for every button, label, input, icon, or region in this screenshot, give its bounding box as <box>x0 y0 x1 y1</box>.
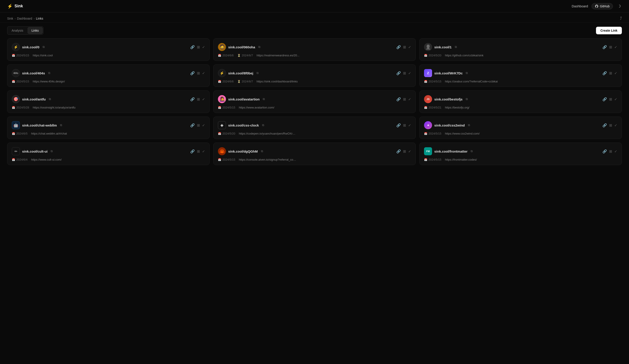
link-icon[interactable]: 🔗 <box>603 45 607 49</box>
qr-icon[interactable]: ⊞ <box>197 149 200 154</box>
meta-expiry-value: 2024/6/7 <box>242 54 253 57</box>
meta-url: https://github.com/ccbikai/sink <box>445 54 483 57</box>
meta-date-value: 2024/5/28 <box>16 106 29 109</box>
qr-icon[interactable]: ⊞ <box>609 149 612 154</box>
more-icon[interactable]: ✓ <box>614 149 617 154</box>
more-icon[interactable]: ✓ <box>202 123 205 127</box>
github-button[interactable]: GitHub <box>592 3 613 9</box>
link-card: ✦ sink.cool/css2wind ⧉ 🔗 ⊞ ✓ 📅 2024/5/15… <box>419 116 622 139</box>
breadcrumb-sink[interactable]: Sink <box>7 17 13 20</box>
link-icon[interactable]: 🔗 <box>190 123 195 127</box>
breadcrumb-dashboard[interactable]: Dashboard <box>17 17 32 20</box>
more-icon[interactable]: ✓ <box>202 71 205 75</box>
qr-icon[interactable]: ⊞ <box>403 149 406 154</box>
meta-date-value: 2024/6/4 <box>16 158 28 161</box>
link-icon[interactable]: 🔗 <box>603 71 607 75</box>
header: ⚡ Sink Dashboard GitHub ☽ <box>0 0 629 12</box>
copy-slug-icon[interactable]: ⧉ <box>468 123 470 127</box>
qr-icon[interactable]: ⊞ <box>403 97 406 101</box>
card-meta: 📅 2024/6/5 https://chat.webllm.ai/#/chat <box>12 132 205 135</box>
tab-analysis[interactable]: Analysis <box>8 27 27 34</box>
link-icon[interactable]: 🔗 <box>603 149 607 154</box>
card-meta: 📅 2024/6/6 ⏳ 2024/6/7 https://realmenwea… <box>218 54 411 57</box>
github-label: GitHub <box>600 4 610 8</box>
qr-icon[interactable]: ⊞ <box>403 71 406 75</box>
qr-icon[interactable]: ⊞ <box>609 45 612 49</box>
meta-date: 📅 2024/6/5 <box>12 132 28 135</box>
breadcrumb-sep-1: › <box>14 17 16 20</box>
copy-slug-icon[interactable]: ⧉ <box>51 150 53 153</box>
copy-slug-icon[interactable]: ⧉ <box>43 45 45 49</box>
copy-slug-icon[interactable]: ⧉ <box>455 45 457 49</box>
more-icon[interactable]: ✓ <box>408 97 411 101</box>
link-card: 🦀 sink.cool/dgQGhM ⧉ 🔗 ⊞ ✓ 📅 2024/5/15 h… <box>213 143 416 165</box>
more-icon[interactable]: ✓ <box>614 97 617 101</box>
link-icon[interactable]: 🔗 <box>396 123 401 127</box>
meta-expiry-value: 2024/6/7 <box>242 80 253 83</box>
qr-icon[interactable]: ⊞ <box>609 71 612 75</box>
qr-icon[interactable]: ⊞ <box>609 97 612 101</box>
tab-links[interactable]: Links <box>28 27 43 34</box>
copy-slug-icon[interactable]: ⧉ <box>257 71 259 75</box>
link-icon[interactable]: 🔗 <box>190 71 195 75</box>
qr-icon[interactable]: ⊞ <box>403 45 406 49</box>
copy-slug-icon[interactable]: ⧉ <box>49 97 51 101</box>
copy-slug-icon[interactable]: ⧉ <box>466 71 468 75</box>
copy-slug-icon[interactable]: ⧉ <box>261 150 263 153</box>
more-icon[interactable]: ✓ <box>202 149 205 154</box>
copy-slug-icon[interactable]: ⧉ <box>263 97 265 101</box>
card-meta: 📅 2024/5/21 https://bestofjs.org/ <box>424 106 617 109</box>
meta-date: 📅 2024/5/21 <box>424 106 441 109</box>
link-card: 404s sink.cool/404s ⧉ 🔗 ⊞ ✓ 📅 2024/5/15 … <box>7 64 210 87</box>
link-icon[interactable]: 🔗 <box>603 97 607 101</box>
more-icon[interactable]: ✓ <box>614 45 617 49</box>
meta-url: https://bestofjs.org/ <box>445 106 470 109</box>
more-icon[interactable]: ✓ <box>408 123 411 127</box>
more-icon[interactable]: ✓ <box>202 97 205 101</box>
link-icon[interactable]: 🔗 <box>396 45 401 49</box>
logo-text: Sink <box>14 4 23 8</box>
theme-toggle[interactable]: ☽ <box>617 3 622 9</box>
more-icon[interactable]: ✓ <box>202 45 205 49</box>
qr-icon[interactable]: ⊞ <box>403 123 406 127</box>
nav-dashboard-link[interactable]: Dashboard <box>572 4 588 8</box>
card-title-group: ⚡ sink.cool/8f0bej ⧉ <box>218 69 259 77</box>
more-icon[interactable]: ✓ <box>408 149 411 154</box>
card-title-group: JS sink.cool/bestofjs ⧉ <box>424 95 468 103</box>
copy-slug-icon[interactable]: ⧉ <box>471 150 473 153</box>
more-icon[interactable]: ✓ <box>614 71 617 75</box>
create-link-button[interactable]: Create Link <box>596 27 622 34</box>
card-meta: 📅 2024/5/20 https://github.com/ccbikai/s… <box>424 54 617 57</box>
copy-slug-icon[interactable]: ⧉ <box>60 123 62 127</box>
card-meta: 📅 2024/5/15 https://www.css2wind.com/ <box>424 132 617 135</box>
calendar-icon: 📅 <box>12 80 15 83</box>
link-icon[interactable]: 🔗 <box>603 123 607 127</box>
qr-icon[interactable]: ⊞ <box>197 45 200 49</box>
link-icon[interactable]: 🔗 <box>396 97 401 101</box>
copy-slug-icon[interactable]: ⧉ <box>262 123 264 127</box>
card-actions: 🔗 ⊞ ✓ <box>396 71 411 75</box>
qr-icon[interactable]: ⊞ <box>609 123 612 127</box>
card-slug: sink.cool/css2wind <box>434 123 465 127</box>
qr-icon[interactable]: ⊞ <box>197 123 200 127</box>
copy-slug-icon[interactable]: ⧉ <box>466 97 468 101</box>
more-icon[interactable]: ✓ <box>408 45 411 49</box>
link-icon[interactable]: 🔗 <box>190 97 195 101</box>
calendar-icon: 📅 <box>424 158 427 161</box>
link-icon[interactable]: 🔗 <box>190 149 195 154</box>
calendar-icon: 📅 <box>218 54 221 57</box>
card-header: ✏ sink.cool/cult-ui ⧉ 🔗 ⊞ ✓ <box>12 147 205 155</box>
qr-icon[interactable]: ⊞ <box>197 71 200 75</box>
link-icon[interactable]: 🔗 <box>190 45 195 49</box>
copy-slug-icon[interactable]: ⧉ <box>48 71 50 75</box>
qr-icon[interactable]: ⊞ <box>197 97 200 101</box>
more-icon[interactable]: ✓ <box>614 123 617 127</box>
more-icon[interactable]: ✓ <box>408 71 411 75</box>
link-icon[interactable]: 🔗 <box>396 149 401 154</box>
card-title-group: FM sink.cool/frontmatter ⧉ <box>424 147 473 155</box>
card-actions: 🔗 ⊞ ✓ <box>603 123 617 127</box>
copy-slug-icon[interactable]: ⧉ <box>258 45 260 49</box>
export-icon[interactable]: ⤴ <box>620 16 622 21</box>
card-actions: 🔗 ⊞ ✓ <box>190 149 205 154</box>
link-icon[interactable]: 🔗 <box>396 71 401 75</box>
